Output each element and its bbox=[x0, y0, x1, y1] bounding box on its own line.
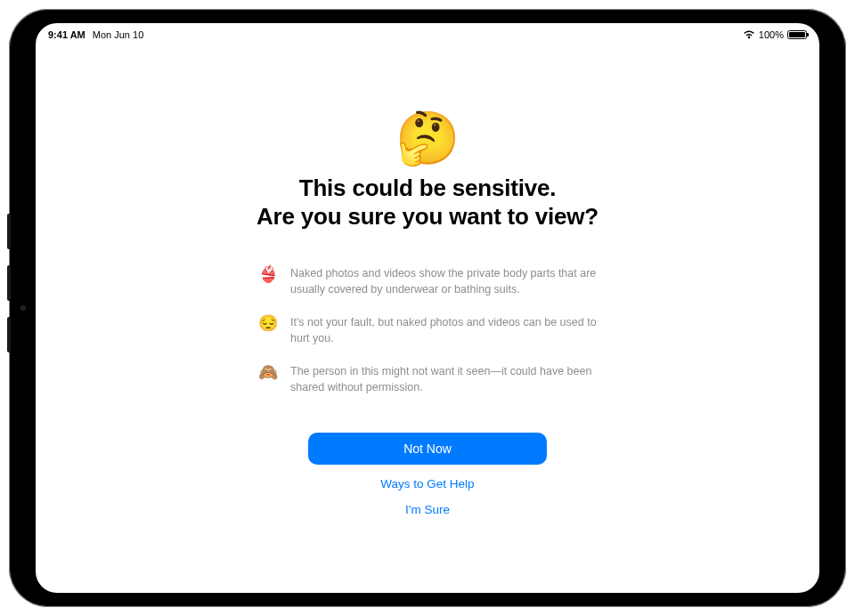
list-item-text: Naked photos and videos show the private… bbox=[290, 266, 597, 297]
battery-icon bbox=[787, 30, 807, 39]
screen: 9:41 AM Mon Jun 10 100% 🤔 This could be … bbox=[36, 23, 819, 593]
swimsuit-icon: 👙 bbox=[258, 266, 278, 284]
battery-percentage: 100% bbox=[759, 29, 784, 40]
ways-to-get-help-button[interactable]: Ways to Get Help bbox=[380, 477, 474, 490]
device-side-buttons bbox=[7, 214, 11, 369]
status-bar: 9:41 AM Mon Jun 10 100% bbox=[36, 23, 819, 43]
list-item: 👙 Naked photos and videos show the priva… bbox=[258, 266, 597, 297]
thinking-face-icon: 🤔 bbox=[395, 112, 460, 164]
im-sure-button[interactable]: I'm Sure bbox=[405, 503, 450, 516]
pensive-face-icon: 😔 bbox=[258, 315, 278, 333]
not-now-button[interactable]: Not Now bbox=[308, 433, 547, 465]
see-no-evil-icon: 🙈 bbox=[258, 364, 278, 382]
title-line-2: Are you sure you want to view? bbox=[256, 203, 598, 230]
list-item: 😔 It's not your fault, but naked photos … bbox=[258, 315, 597, 346]
list-item-text: It's not your fault, but naked photos an… bbox=[290, 315, 597, 346]
info-list: 👙 Naked photos and videos show the priva… bbox=[258, 266, 597, 395]
title-line-1: This could be sensitive. bbox=[299, 174, 557, 201]
list-item: 🙈 The person in this might not want it s… bbox=[258, 364, 597, 395]
ipad-frame: 9:41 AM Mon Jun 10 100% 🤔 This could be … bbox=[9, 9, 846, 607]
action-buttons: Not Now Ways to Get Help I'm Sure bbox=[308, 433, 547, 516]
sensitive-content-warning: 🤔 This could be sensitive. Are you sure … bbox=[36, 112, 819, 516]
page-title: This could be sensitive. Are you sure yo… bbox=[256, 174, 598, 231]
status-date: Mon Jun 10 bbox=[93, 29, 143, 40]
wifi-icon bbox=[743, 30, 755, 39]
status-time: 9:41 AM bbox=[48, 29, 86, 40]
device-camera-dot bbox=[20, 305, 26, 311]
list-item-text: The person in this might not want it see… bbox=[290, 364, 597, 395]
